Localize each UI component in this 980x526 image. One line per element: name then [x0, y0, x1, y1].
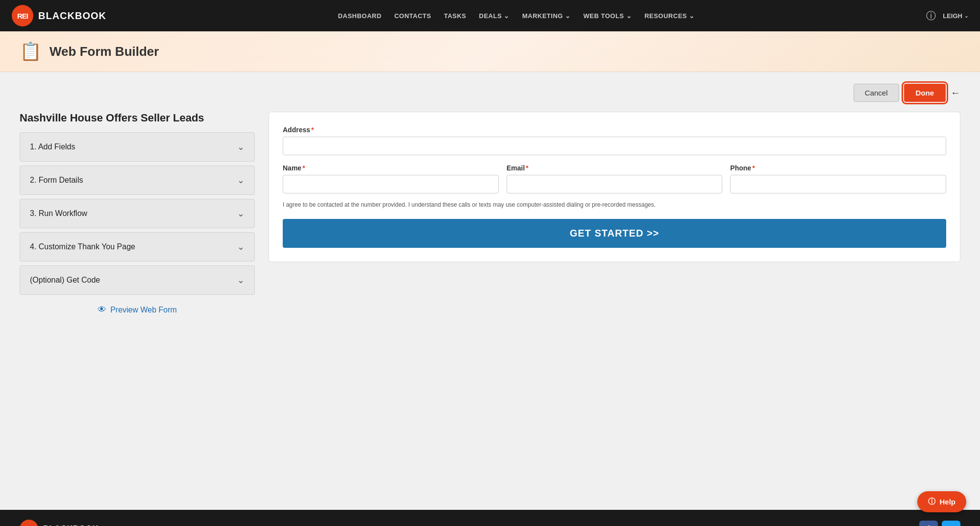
address-required-star: * — [311, 126, 314, 134]
phone-input[interactable] — [730, 175, 946, 193]
phone-label: Phone* — [730, 164, 946, 172]
footer-brand: REI BLACKBOOK — [20, 520, 98, 526]
accordion-run-workflow[interactable]: 3. Run Workflow ⌄ — [20, 199, 255, 228]
cancel-button[interactable]: Cancel — [854, 84, 899, 102]
twitter-button[interactable]: 𝕣 — [942, 521, 960, 526]
accordion-get-code-chevron-icon: ⌄ — [237, 275, 245, 286]
accordion-add-fields-chevron-icon: ⌄ — [237, 142, 245, 152]
navbar: REI BLACKBOOK DASHBOARD CONTACTS TASKS D… — [0, 0, 980, 31]
accordion-form-details-chevron-icon: ⌄ — [237, 175, 245, 186]
name-required-star: * — [302, 164, 305, 172]
nav-right: ⓘ LEIGH ⌄ — [926, 9, 968, 23]
main-content: Cancel Done ← Nashville House Offers Sel… — [0, 72, 980, 510]
accordion-get-code-label: (Optional) Get Code — [30, 276, 100, 285]
form-preview: Address* Name* Email* — [269, 112, 960, 262]
navbar-brand: REI BLACKBOOK — [12, 5, 106, 26]
address-input[interactable] — [283, 137, 946, 155]
form-builder-title: Nashville House Offers Seller Leads — [20, 112, 255, 124]
user-chevron-icon: ⌄ — [964, 13, 968, 19]
accordion-run-workflow-label: 3. Run Workflow — [30, 209, 87, 218]
right-column: Address* Name* Email* — [269, 112, 960, 262]
email-required-star: * — [526, 164, 528, 172]
page-title: Web Form Builder — [49, 44, 159, 59]
accordion-get-code[interactable]: (Optional) Get Code ⌄ — [20, 265, 255, 295]
done-button[interactable]: Done — [904, 84, 946, 102]
user-menu[interactable]: LEIGH ⌄ — [943, 12, 968, 20]
brand-name: BLACKBOOK — [38, 10, 106, 22]
nav-marketing[interactable]: MARKETING ⌄ — [516, 8, 577, 24]
left-column: Nashville House Offers Seller Leads 1. A… — [20, 112, 255, 315]
name-label-text: Name — [283, 164, 301, 172]
two-column-layout: Nashville House Offers Seller Leads 1. A… — [20, 112, 960, 315]
name-field-group: Name* — [283, 164, 499, 193]
help-button-label: Help — [939, 498, 956, 506]
footer-rei-logo: REI — [20, 520, 38, 526]
accordion-form-details-label: 2. Form Details — [30, 176, 83, 185]
footer: REI BLACKBOOK TERMS & CONDITIONS PRIVACY… — [0, 510, 980, 526]
accordion-run-workflow-chevron-icon: ⌄ — [237, 208, 245, 219]
footer-social: f 𝕣 — [919, 521, 960, 526]
name-input[interactable] — [283, 175, 499, 193]
accordion-add-fields[interactable]: 1. Add Fields ⌄ — [20, 132, 255, 162]
email-label: Email* — [507, 164, 723, 172]
rei-logo: REI — [12, 5, 33, 26]
phone-required-star: * — [752, 164, 755, 172]
facebook-button[interactable]: f — [919, 521, 938, 526]
address-label-text: Address — [283, 126, 310, 134]
preview-web-form-link[interactable]: 👁 Preview Web Form — [20, 305, 255, 315]
address-label: Address* — [283, 126, 946, 134]
help-question-icon[interactable]: ⓘ — [926, 9, 936, 23]
accordion-add-fields-label: 1. Add Fields — [30, 143, 75, 151]
page-header-icon: 📋 — [20, 41, 42, 62]
address-field-group: Address* — [283, 126, 946, 164]
done-arrow-indicator: ← — [951, 84, 960, 102]
eye-icon: 👁 — [98, 305, 106, 315]
accordion-thank-you[interactable]: 4. Customize Thank You Page ⌄ — [20, 232, 255, 262]
accordion-thank-you-chevron-icon: ⌄ — [237, 241, 245, 252]
nav-links: DASHBOARD CONTACTS TASKS DEALS ⌄ MARKETI… — [332, 8, 701, 24]
nav-web-tools[interactable]: WEB TOOLS ⌄ — [578, 8, 638, 24]
nav-resources[interactable]: RESOURCES ⌄ — [638, 8, 700, 24]
accordion-form-details[interactable]: 2. Form Details ⌄ — [20, 166, 255, 195]
get-started-button[interactable]: GET STARTED >> — [283, 219, 946, 248]
action-bar: Cancel Done ← — [20, 84, 960, 102]
three-col-fields: Name* Email* Phone* — [283, 164, 946, 193]
help-button[interactable]: ⓘ Help — [917, 491, 966, 512]
disclaimer-text: I agree to be contacted at the number pr… — [283, 200, 946, 209]
email-input[interactable] — [507, 175, 723, 193]
nav-tasks[interactable]: TASKS — [438, 8, 472, 24]
nav-contacts[interactable]: CONTACTS — [389, 8, 437, 24]
preview-link-label: Preview Web Form — [110, 306, 177, 314]
accordion-thank-you-label: 4. Customize Thank You Page — [30, 242, 135, 251]
email-label-text: Email — [507, 164, 525, 172]
email-field-group: Email* — [507, 164, 723, 193]
nav-dashboard[interactable]: DASHBOARD — [332, 8, 388, 24]
name-label: Name* — [283, 164, 499, 172]
phone-field-group: Phone* — [730, 164, 946, 193]
help-circle-icon: ⓘ — [928, 497, 935, 506]
page-header: 📋 Web Form Builder — [0, 31, 980, 72]
user-name-label: LEIGH — [943, 12, 962, 20]
nav-deals[interactable]: DEALS ⌄ — [473, 8, 515, 24]
phone-label-text: Phone — [730, 164, 751, 172]
